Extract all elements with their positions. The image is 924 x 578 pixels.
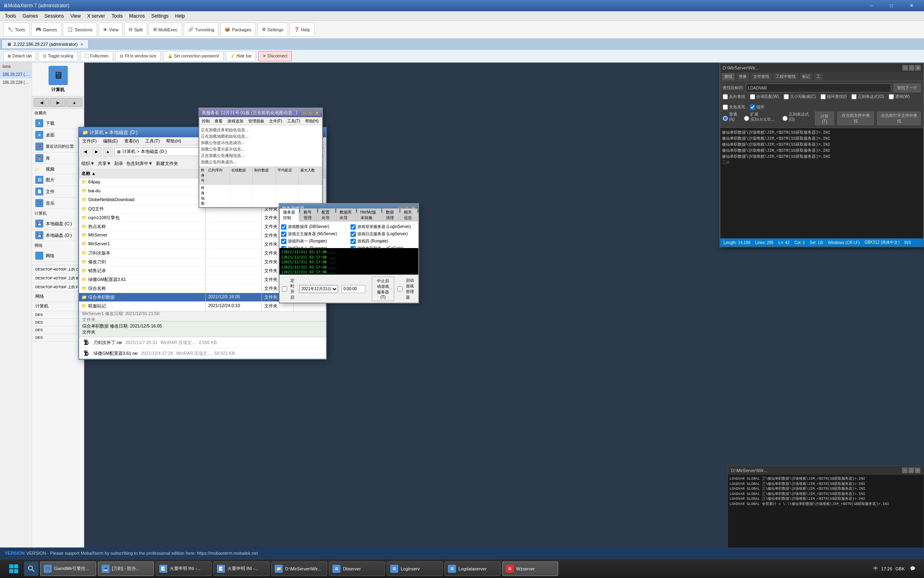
- connection-tab-close[interactable]: ✕: [80, 42, 83, 47]
- set-password-button[interactable]: 🔒 Set connection password: [163, 51, 223, 61]
- nav-drive-c[interactable]: 💾 本地磁盘 (C:): [32, 218, 84, 230]
- sw-check-mz[interactable]: 游戏主主服务器 (MzServer): [281, 230, 347, 238]
- stop-server-button[interactable]: 中止启动游戏服务器(T): [372, 277, 394, 301]
- cb-log[interactable]: [351, 232, 356, 237]
- fm-bottom-row-2[interactable]: 🗜 绿微GM配置器3.61.rar 2021/12/4 17:28 WinRAR…: [79, 348, 326, 359]
- fm-menu-help[interactable]: 帮助(H): [163, 138, 184, 144]
- editor-maximize[interactable]: □: [909, 65, 914, 71]
- search-input[interactable]: [746, 83, 891, 92]
- nav-des-2[interactable]: DES: [32, 319, 84, 326]
- detach-tab-button[interactable]: ⊠ Detach tab: [3, 51, 36, 61]
- tools-button[interactable]: 🔧 Tools: [3, 22, 30, 37]
- nav-drive-d[interactable]: 💾 本地磁盘 (D:): [32, 230, 84, 241]
- menu-tools[interactable]: Tools: [2, 12, 19, 20]
- editor-close[interactable]: ✕: [915, 65, 921, 71]
- forward-button[interactable]: ▶: [50, 98, 66, 107]
- tunneling-button[interactable]: 🔗 Tunneling: [184, 22, 219, 37]
- timer-time-input[interactable]: [341, 285, 365, 293]
- find-next-button[interactable]: 查找下一个: [894, 83, 921, 92]
- sw-check-db[interactable]: 游戏数据库 (DBServer): [281, 223, 347, 230]
- split-button[interactable]: ⊟ Split: [124, 22, 147, 37]
- editor-tab-other[interactable]: 工: [814, 73, 823, 80]
- nav-des-1[interactable]: DES: [32, 311, 84, 319]
- menu-x-server[interactable]: X server: [84, 12, 108, 20]
- sw-tab-account[interactable]: 账号管理: [300, 208, 317, 222]
- nav-host-3[interactable]: DESKTOP-4DT00F 上的 F: [32, 283, 84, 292]
- nav-video[interactable]: ▷ 视频: [32, 164, 84, 174]
- sw-tab-control[interactable]: 服务器控制: [280, 208, 299, 222]
- fm-menu-tools[interactable]: 工具(T): [142, 138, 163, 144]
- menu-help[interactable]: Help: [172, 12, 188, 20]
- iw-menu-control[interactable]: 控制: [199, 118, 212, 124]
- nav-music[interactable]: 🎵 音乐: [32, 197, 84, 209]
- taskbar-item-loginserv[interactable]: 🖥 Loginserv: [387, 562, 443, 576]
- up-button[interactable]: ▲: [67, 98, 82, 107]
- menu-view[interactable]: View: [67, 12, 84, 20]
- sw-tab-db[interactable]: 数据库向导: [336, 208, 356, 222]
- iw-menu-file[interactable]: 文件(F): [267, 118, 285, 124]
- taskbar-item-dbserver[interactable]: 🖥 Dbserver: [329, 562, 385, 576]
- iw-menu-help[interactable]: 帮助(H): [303, 118, 321, 124]
- nav-des-4[interactable]: DES: [32, 334, 84, 342]
- sessions-button[interactable]: 📋 Sessions: [63, 22, 97, 37]
- fm-add-library[interactable]: 包含到库中▼: [126, 161, 153, 167]
- connection-tab-active[interactable]: 🖥 2.222.186.29.227 (administrator) ✕: [2, 39, 89, 49]
- iw-maximize[interactable]: □: [308, 110, 313, 116]
- start-button[interactable]: [3, 561, 24, 577]
- nav-host-2[interactable]: DESKTOP-4DT00F 上的 B: [32, 274, 84, 283]
- tray-notification-icon[interactable]: 💬: [908, 564, 918, 574]
- opt-regex2[interactable]: 正则表达式(O): [782, 112, 812, 125]
- find-in-file-button[interactable]: 在当前文件中查找: [837, 112, 874, 125]
- taskbar-item-ini1[interactable]: 📝 火量申明 INI -...: [156, 562, 212, 576]
- opt-regex[interactable]: 正则表达式(O): [851, 94, 883, 100]
- col-name[interactable]: 名称 ▲: [79, 169, 206, 178]
- find-in-open-button[interactable]: 在当前打开文件中查找: [877, 112, 921, 125]
- session-item-1[interactable]: 186.29.227 (administ: [0, 71, 32, 79]
- packages-button[interactable]: 📦 Packages: [220, 22, 255, 37]
- opt-cycle[interactable]: 循环: [750, 104, 764, 110]
- iw-close[interactable]: ✕: [314, 110, 320, 116]
- iw-minimize[interactable]: ─: [301, 110, 307, 116]
- fm-organize[interactable]: 组织▼: [81, 161, 95, 167]
- opt-loop[interactable]: 循环查找(I): [821, 94, 847, 100]
- taskbar-item-ini2[interactable]: 📝 火量申明 INI -...: [213, 562, 270, 576]
- opt-extended[interactable]: 扩展(E)\n,\r,\t,\0,...: [744, 112, 779, 125]
- sw-check-log[interactable]: 游戏日志服务器 (LogServer): [351, 230, 417, 238]
- timer-date-select[interactable]: 2021年12月31日: [299, 285, 338, 293]
- nav-host-1[interactable]: DESKTOP-4DT00F 上的 C: [32, 265, 84, 274]
- nav-desktop[interactable]: 🖥 桌面: [32, 129, 84, 141]
- sw-tab-clean[interactable]: 数据清理: [382, 208, 399, 222]
- count-button[interactable]: 计算(T): [815, 112, 834, 125]
- fm-back-btn[interactable]: ◀: [81, 147, 90, 157]
- nav-network2[interactable]: 网络: [32, 292, 84, 301]
- nav-picture[interactable]: 🖼 图片: [32, 174, 84, 186]
- cb-login[interactable]: [351, 224, 356, 230]
- menu-games[interactable]: Games: [19, 12, 41, 20]
- menu-macros[interactable]: Macros: [126, 12, 148, 20]
- multiexec-button[interactable]: ⊞ MultiExec: [149, 22, 182, 37]
- nav-recent[interactable]: 📌 最近访问的位置: [32, 141, 84, 153]
- session-item-2[interactable]: 186.28.228 (administ: [0, 79, 32, 87]
- fm-up-btn[interactable]: ▲: [103, 147, 113, 157]
- fullscreen-button[interactable]: ⛶ Fullscreen: [80, 51, 113, 61]
- opt-normal[interactable]: 普通(N): [723, 112, 741, 125]
- view-button[interactable]: 👁 View: [99, 22, 123, 37]
- iw-menu-tools[interactable]: 工具(T): [285, 118, 303, 124]
- fm-menu-view[interactable]: 查看(V): [121, 138, 142, 144]
- back-button[interactable]: ◀: [34, 98, 49, 107]
- cb-gate4[interactable]: [351, 239, 356, 244]
- minimize-button[interactable]: ─: [862, 0, 881, 11]
- cb-gate1[interactable]: [281, 239, 286, 244]
- sw-check-login[interactable]: 游戏登录服务器 (LoginServer): [351, 223, 417, 230]
- sw-tab-convert[interactable]: HerMz版本转换: [357, 208, 381, 222]
- sw-check-gate4[interactable]: 游戏四 (Rungate): [351, 238, 417, 245]
- sw-check-ga1b[interactable]: 游戏色彩列表一 (GaGate): [351, 245, 417, 248]
- terminal-minimize[interactable]: ─: [902, 468, 908, 473]
- menu-sessions[interactable]: Sessions: [41, 12, 67, 20]
- sw-check-gate2[interactable]: 游戏列表二 (Rungate): [281, 245, 347, 248]
- opt-transparent[interactable]: 透明(W): [889, 94, 910, 100]
- search-taskbar-button[interactable]: [24, 562, 38, 576]
- editor-tab-project-find[interactable]: 工程中查找: [773, 73, 798, 80]
- menu-settings[interactable]: Settings: [148, 12, 172, 20]
- nav-des-3[interactable]: DES: [32, 326, 84, 334]
